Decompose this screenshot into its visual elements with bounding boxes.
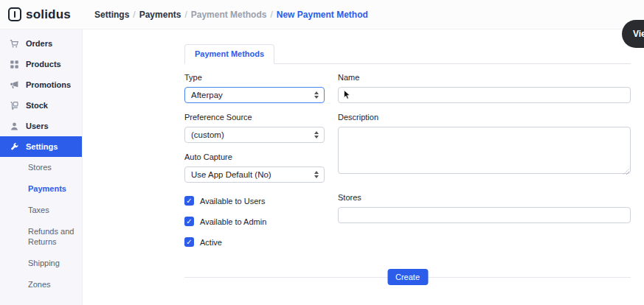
checkbox-row-available-to-admin[interactable]: ✓Available to Admin xyxy=(184,217,325,226)
main-content: Payment Methods Type Afterpay Preference… xyxy=(83,29,644,305)
cart-icon xyxy=(10,39,19,49)
preference-source-value: (custom) xyxy=(191,130,314,139)
checkbox-icon[interactable]: ✓ xyxy=(184,196,194,206)
auto-capture-label: Auto Capture xyxy=(184,152,325,161)
view-button[interactable]: Vie xyxy=(622,20,644,48)
select-stepper-icon xyxy=(314,131,319,139)
sidebar-item-label: Settings xyxy=(26,142,58,151)
sidebar-subitem-shipping[interactable]: Shipping xyxy=(0,253,82,274)
stores-label: Stores xyxy=(338,193,631,202)
form-footer: Create xyxy=(184,269,631,285)
checkbox-row-active[interactable]: ✓Active xyxy=(184,237,325,247)
checkbox-list: ✓Available to Users✓Available to Admin✓A… xyxy=(184,196,325,247)
sidebar: OrdersProductsPromotionsStockUsersSettin… xyxy=(0,29,83,305)
auto-capture-value: Use App Default (No) xyxy=(191,170,314,179)
sidebar-item-label: Products xyxy=(26,60,61,69)
form-grid: Type Afterpay Preference Source (custom)… xyxy=(184,64,631,247)
checkbox-icon[interactable]: ✓ xyxy=(184,237,194,247)
sidebar-item-users[interactable]: Users xyxy=(0,116,82,136)
description-shell xyxy=(338,127,631,177)
checkbox-label: Available to Users xyxy=(200,197,265,206)
form-column-right: Name Description Stores xyxy=(338,64,631,247)
sidebar-item-label: Orders xyxy=(26,39,52,48)
megaphone-icon xyxy=(10,80,19,90)
sidebar-subitem-zones[interactable]: Zones xyxy=(0,274,82,295)
logo-text: solidus xyxy=(26,7,71,22)
sidebar-subitem-taxes[interactable]: Taxes xyxy=(0,200,82,221)
sidebar-item-promotions[interactable]: Promotions xyxy=(0,74,82,95)
tabbar: Payment Methods xyxy=(184,44,631,64)
wrench-icon xyxy=(10,142,19,152)
sidebar-subitem-payments[interactable]: Payments xyxy=(0,178,82,200)
preference-source-select[interactable]: (custom) xyxy=(184,127,325,143)
sidebar-item-stock[interactable]: Stock xyxy=(0,95,82,116)
breadcrumb-separator: / xyxy=(270,10,272,20)
tab-payment-methods[interactable]: Payment Methods xyxy=(184,44,274,64)
sidebar-item-settings[interactable]: Settings xyxy=(0,136,82,157)
grid-icon xyxy=(10,60,19,69)
top-header: solidus Settings/Payments/Payment Method… xyxy=(0,0,644,29)
create-button[interactable]: Create xyxy=(387,269,428,285)
breadcrumb-separator: / xyxy=(184,10,187,20)
checkbox-label: Available to Admin xyxy=(200,217,266,226)
name-input[interactable] xyxy=(338,87,631,103)
sidebar-nav: OrdersProductsPromotionsStockUsersSettin… xyxy=(0,33,82,157)
breadcrumb-item-payments[interactable]: Payments xyxy=(139,10,181,20)
description-label: Description xyxy=(338,113,631,122)
auto-capture-select[interactable]: Use App Default (No) xyxy=(184,166,325,183)
solidus-logo-icon xyxy=(8,7,21,21)
breadcrumb: Settings/Payments/Payment Methods/New Pa… xyxy=(94,10,368,20)
app-logo[interactable]: solidus xyxy=(0,7,83,22)
sidebar-item-orders[interactable]: Orders xyxy=(0,33,82,54)
name-label: Name xyxy=(338,73,631,82)
breadcrumb-item-new-payment-method: New Payment Method xyxy=(277,10,368,20)
form-column-left: Type Afterpay Preference Source (custom)… xyxy=(184,64,325,247)
sidebar-item-label: Promotions xyxy=(26,80,71,89)
breadcrumb-separator: / xyxy=(133,10,135,20)
type-select-value: Afterpay xyxy=(191,91,314,99)
name-input-shell xyxy=(338,87,631,103)
sidebar-item-label: Stock xyxy=(26,101,48,110)
stock-icon xyxy=(10,101,19,111)
sidebar-subitem-stores[interactable]: Stores xyxy=(0,157,82,178)
checkbox-icon[interactable]: ✓ xyxy=(184,217,194,226)
checkbox-row-available-to-users[interactable]: ✓Available to Users xyxy=(184,196,325,206)
sidebar-item-products[interactable]: Products xyxy=(0,54,82,74)
breadcrumb-item-payment-methods[interactable]: Payment Methods xyxy=(191,10,267,20)
sidebar-subitem-refunds-and-returns[interactable]: Refunds and Returns xyxy=(0,221,82,253)
user-icon xyxy=(10,122,19,131)
breadcrumb-item-settings[interactable]: Settings xyxy=(94,10,129,20)
type-select[interactable]: Afterpay xyxy=(184,87,325,103)
payment-method-form: Payment Methods Type Afterpay Preference… xyxy=(184,44,631,285)
sidebar-item-label: Users xyxy=(26,122,49,130)
stores-input[interactable] xyxy=(338,207,631,223)
sidebar-subnav: StoresPaymentsTaxesRefunds and ReturnsSh… xyxy=(0,157,82,295)
select-stepper-icon xyxy=(314,91,319,99)
checkbox-label: Active xyxy=(200,238,222,247)
type-label: Type xyxy=(184,73,325,82)
preference-source-label: Preference Source xyxy=(184,113,325,122)
description-textarea[interactable] xyxy=(338,127,631,174)
select-stepper-icon xyxy=(314,171,319,178)
